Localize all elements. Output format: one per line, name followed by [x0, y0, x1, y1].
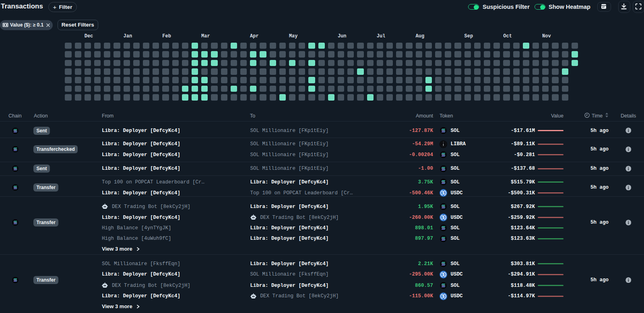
svg-text:$: $: [442, 272, 445, 277]
svg-text:$: $: [442, 215, 445, 220]
svg-text:$: $: [442, 294, 445, 299]
svg-text:$: $: [442, 190, 445, 195]
